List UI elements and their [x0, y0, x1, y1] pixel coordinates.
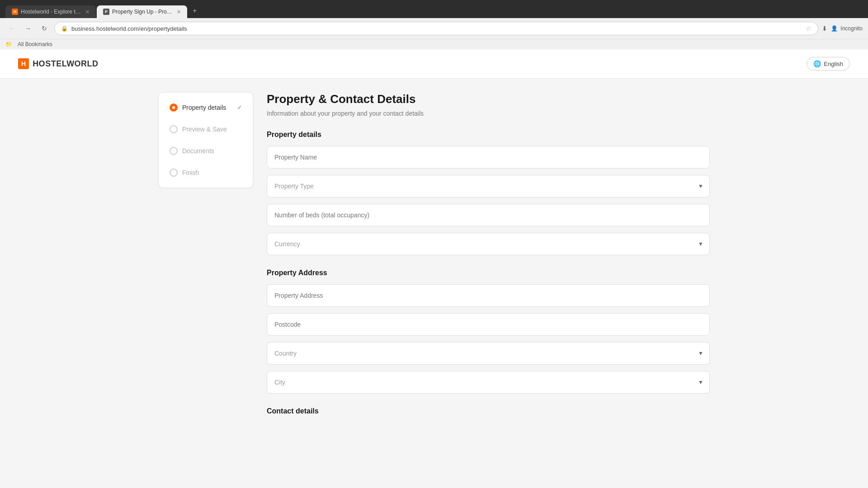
reload-button[interactable]: ↻ [38, 22, 51, 35]
toolbar-right: ⬇ 👤 Incognito [822, 25, 863, 32]
sidebar-item-property-details[interactable]: Property details ✓ [161, 97, 250, 118]
postcode-field [267, 313, 710, 336]
property-name-input[interactable] [267, 146, 710, 169]
browser-tabs: H Hostelworld - Explore the worl... ✕ P … [5, 4, 863, 18]
sidebar-item-left-3: Documents [170, 147, 214, 155]
browser-chrome: H Hostelworld - Explore the worl... ✕ P … [0, 0, 868, 18]
sidebar-label-documents: Documents [182, 147, 214, 155]
sidebar-item-left-2: Preview & Save [170, 125, 227, 133]
contact-details-section-title: Contact details [267, 407, 710, 415]
bookmarks-label: All Bookmarks [18, 41, 52, 47]
page-header: H HOSTELWORLD 🌐 English [0, 49, 868, 79]
page-subtitle: Information about your property and your… [267, 110, 710, 117]
city-wrapper: City ▼ [267, 371, 710, 394]
address-bar[interactable]: 🔒 business.hostelworld.com/en/propertyde… [54, 22, 818, 35]
property-type-field: Property Type ▼ [267, 175, 710, 197]
contact-details-section: Contact details [267, 407, 710, 415]
num-beds-field [267, 204, 710, 226]
address-text: business.hostelworld.com/en/propertydeta… [71, 25, 802, 32]
city-select[interactable]: City [267, 371, 710, 394]
tab-hostelworld[interactable]: H Hostelworld - Explore the worl... ✕ [5, 5, 96, 18]
language-label: English [824, 61, 843, 67]
country-field: Country ▼ [267, 342, 710, 365]
sidebar-item-documents[interactable]: Documents [161, 141, 250, 161]
incognito-area: 👤 Incognito [831, 25, 863, 32]
property-name-field [267, 146, 710, 169]
lock-icon: 🔒 [61, 25, 68, 32]
tab-title-property: Property Sign Up - Property an... [112, 9, 172, 15]
sidebar: Property details ✓ Preview & Save Docume… [158, 92, 253, 481]
downloads-icon[interactable]: ⬇ [822, 25, 827, 32]
property-address-field [267, 284, 710, 307]
sidebar-item-left: Property details [170, 103, 226, 112]
property-address-section-title: Property Address [267, 269, 710, 277]
property-details-section-title: Property details [267, 131, 710, 139]
currency-field: Currency ▼ [267, 233, 710, 255]
bookmark-icon[interactable]: ☆ [806, 25, 811, 32]
logo: H HOSTELWORLD [18, 58, 99, 69]
bookmarks-folder-icon: 📁 [5, 41, 12, 47]
language-selector[interactable]: 🌐 English [807, 57, 850, 70]
country-select[interactable]: Country [267, 342, 710, 365]
sidebar-label-preview-save: Preview & Save [182, 126, 227, 133]
tab-favicon-property: P [103, 9, 109, 15]
bookmarks-bar: 📁 All Bookmarks [0, 39, 868, 49]
page-body: Property details ✓ Preview & Save Docume… [140, 79, 728, 488]
logo-text: HOSTELWORLD [33, 59, 99, 69]
tab-property-signup[interactable]: P Property Sign Up - Property an... ✕ [97, 5, 187, 18]
browser-toolbar: ← → ↻ 🔒 business.hostelworld.com/en/prop… [0, 18, 868, 39]
back-button[interactable]: ← [5, 22, 18, 35]
radio-preview-save [170, 125, 178, 133]
property-details-section: Property details Property Type ▼ Cu [267, 131, 710, 255]
tab-title-hostelworld: Hostelworld - Explore the worl... [21, 9, 81, 15]
forward-button[interactable]: → [22, 22, 34, 35]
radio-property-details [170, 103, 178, 112]
property-type-wrapper: Property Type ▼ [267, 175, 710, 197]
postcode-input[interactable] [267, 313, 710, 336]
country-wrapper: Country ▼ [267, 342, 710, 365]
radio-documents [170, 147, 178, 155]
tab-close-property[interactable]: ✕ [177, 9, 181, 15]
logo-box: H [18, 58, 29, 69]
sidebar-label-property-details: Property details [182, 104, 226, 111]
tab-close-hostelworld[interactable]: ✕ [85, 9, 90, 15]
city-field: City ▼ [267, 371, 710, 394]
property-type-select[interactable]: Property Type [267, 175, 710, 197]
new-tab-button[interactable]: + [188, 4, 201, 18]
incognito-icon: 👤 [831, 25, 838, 32]
radio-finish [170, 169, 178, 177]
currency-wrapper: Currency ▼ [267, 233, 710, 255]
currency-select[interactable]: Currency [267, 233, 710, 255]
incognito-label: Incognito [840, 25, 863, 32]
page-title: Property & Contact Details [267, 92, 710, 106]
sidebar-item-left-4: Finish [170, 169, 199, 177]
sidebar-label-finish: Finish [182, 169, 199, 176]
sidebar-item-preview-save[interactable]: Preview & Save [161, 119, 250, 140]
num-beds-input[interactable] [267, 204, 710, 226]
chevron-down-icon: ✓ [237, 104, 242, 111]
property-address-input[interactable] [267, 284, 710, 307]
sidebar-item-finish[interactable]: Finish [161, 162, 250, 183]
property-address-section: Property Address Country ▼ City [267, 269, 710, 394]
tab-favicon-hostelworld: H [12, 9, 18, 15]
sidebar-card: Property details ✓ Preview & Save Docume… [158, 92, 253, 188]
globe-icon: 🌐 [813, 60, 821, 67]
form-area: Property & Contact Details Information a… [267, 92, 710, 481]
